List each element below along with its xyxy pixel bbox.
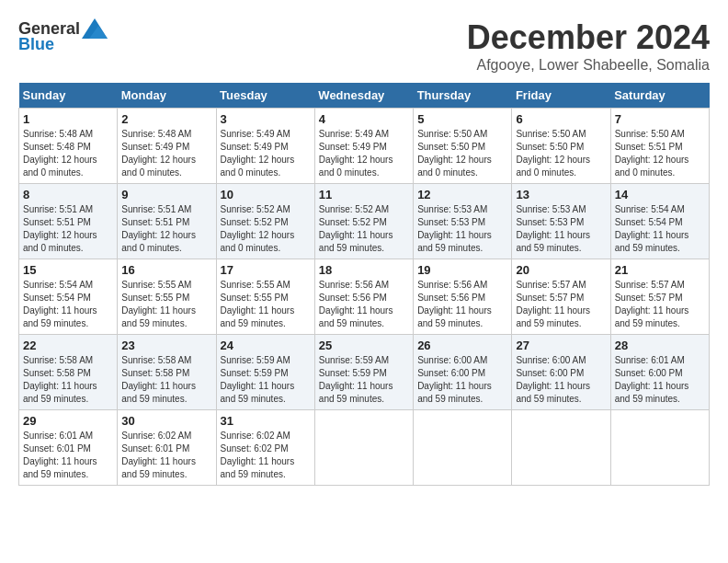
day-number: 21	[615, 263, 705, 277]
day-number: 30	[121, 414, 211, 428]
day-info: Sunrise: 5:57 AMSunset: 5:57 PMDaylight:…	[615, 280, 689, 328]
calendar-cell: 23 Sunrise: 5:58 AMSunset: 5:58 PMDaylig…	[118, 335, 216, 410]
day-number: 16	[121, 263, 211, 277]
day-info: Sunrise: 6:00 AMSunset: 6:00 PMDaylight:…	[417, 355, 492, 404]
calendar-cell: 19 Sunrise: 5:56 AMSunset: 5:56 PMDaylig…	[414, 259, 512, 335]
day-number: 12	[417, 188, 507, 201]
day-info: Sunrise: 5:49 AMSunset: 5:49 PMDaylight:…	[221, 129, 295, 178]
day-info: Sunrise: 5:50 AMSunset: 5:50 PMDaylight:…	[516, 129, 590, 178]
calendar-cell: 18 Sunrise: 5:56 AMSunset: 5:56 PMDaylig…	[314, 259, 413, 335]
calendar-cell	[314, 410, 413, 486]
day-info: Sunrise: 5:50 AMSunset: 5:51 PMDaylight:…	[615, 129, 689, 178]
calendar-cell: 5 Sunrise: 5:50 AMSunset: 5:50 PMDayligh…	[414, 109, 512, 184]
day-number: 5	[417, 112, 507, 126]
calendar-header-saturday: Saturday	[610, 83, 709, 109]
day-info: Sunrise: 5:52 AMSunset: 5:52 PMDaylight:…	[221, 204, 295, 253]
calendar-cell: 9 Sunrise: 5:51 AMSunset: 5:51 PMDayligh…	[118, 184, 216, 259]
day-info: Sunrise: 6:02 AMSunset: 6:02 PMDaylight:…	[221, 431, 295, 479]
calendar-cell: 30 Sunrise: 6:02 AMSunset: 6:01 PMDaylig…	[118, 410, 216, 486]
day-info: Sunrise: 5:56 AMSunset: 5:56 PMDaylight:…	[319, 280, 393, 328]
day-number: 15	[23, 263, 113, 277]
location-subtitle: Afgooye, Lower Shabeelle, Somalia	[467, 57, 710, 74]
day-number: 14	[615, 188, 705, 201]
day-number: 24	[221, 339, 311, 352]
calendar-cell: 16 Sunrise: 5:55 AMSunset: 5:55 PMDaylig…	[118, 259, 216, 335]
calendar-cell: 12 Sunrise: 5:53 AMSunset: 5:53 PMDaylig…	[414, 184, 512, 259]
calendar-cell: 26 Sunrise: 6:00 AMSunset: 6:00 PMDaylig…	[414, 335, 512, 410]
calendar-cell: 15 Sunrise: 5:54 AMSunset: 5:54 PMDaylig…	[19, 259, 118, 335]
logo-icon	[82, 18, 108, 39]
calendar-week-row: 15 Sunrise: 5:54 AMSunset: 5:54 PMDaylig…	[19, 259, 710, 335]
calendar-header-row: SundayMondayTuesdayWednesdayThursdayFrid…	[19, 83, 710, 109]
day-number: 26	[417, 339, 507, 352]
day-number: 18	[319, 263, 409, 277]
day-info: Sunrise: 5:54 AMSunset: 5:54 PMDaylight:…	[23, 280, 97, 328]
month-year-title: December 2024	[467, 18, 710, 57]
calendar-week-row: 22 Sunrise: 5:58 AMSunset: 5:58 PMDaylig…	[19, 335, 710, 410]
calendar-week-row: 1 Sunrise: 5:48 AMSunset: 5:48 PMDayligh…	[19, 109, 710, 184]
calendar-header-tuesday: Tuesday	[216, 83, 314, 109]
calendar-cell	[610, 410, 709, 486]
day-number: 25	[319, 339, 409, 352]
calendar-cell: 4 Sunrise: 5:49 AMSunset: 5:49 PMDayligh…	[314, 109, 413, 184]
calendar-week-row: 29 Sunrise: 6:01 AMSunset: 6:01 PMDaylig…	[19, 410, 710, 486]
calendar-cell: 25 Sunrise: 5:59 AMSunset: 5:59 PMDaylig…	[314, 335, 413, 410]
calendar-cell: 6 Sunrise: 5:50 AMSunset: 5:50 PMDayligh…	[512, 109, 610, 184]
calendar-cell: 28 Sunrise: 6:01 AMSunset: 6:00 PMDaylig…	[610, 335, 709, 410]
day-info: Sunrise: 5:59 AMSunset: 5:59 PMDaylight:…	[221, 355, 295, 404]
day-info: Sunrise: 5:53 AMSunset: 5:53 PMDaylight:…	[417, 204, 492, 253]
day-info: Sunrise: 5:55 AMSunset: 5:55 PMDaylight:…	[221, 280, 295, 328]
logo: General Blue	[18, 18, 108, 54]
calendar-cell: 21 Sunrise: 5:57 AMSunset: 5:57 PMDaylig…	[610, 259, 709, 335]
calendar-cell	[414, 410, 512, 486]
logo-blue-text: Blue	[18, 35, 54, 54]
day-info: Sunrise: 5:58 AMSunset: 5:58 PMDaylight:…	[23, 355, 97, 404]
calendar-cell: 3 Sunrise: 5:49 AMSunset: 5:49 PMDayligh…	[216, 109, 314, 184]
day-info: Sunrise: 6:01 AMSunset: 6:00 PMDaylight:…	[615, 355, 689, 404]
day-info: Sunrise: 5:48 AMSunset: 5:48 PMDaylight:…	[23, 129, 97, 178]
day-number: 23	[121, 339, 211, 352]
calendar-cell: 22 Sunrise: 5:58 AMSunset: 5:58 PMDaylig…	[19, 335, 118, 410]
day-info: Sunrise: 6:02 AMSunset: 6:01 PMDaylight:…	[121, 431, 196, 479]
day-number: 6	[516, 112, 606, 126]
day-info: Sunrise: 5:51 AMSunset: 5:51 PMDaylight:…	[121, 204, 196, 253]
page-header: General Blue December 2024 Afgooye, Lowe…	[18, 18, 710, 74]
day-info: Sunrise: 6:00 AMSunset: 6:00 PMDaylight:…	[516, 355, 590, 404]
calendar-header-sunday: Sunday	[19, 83, 118, 109]
day-info: Sunrise: 5:54 AMSunset: 5:54 PMDaylight:…	[615, 204, 689, 253]
day-info: Sunrise: 5:57 AMSunset: 5:57 PMDaylight:…	[516, 280, 590, 328]
calendar-cell: 8 Sunrise: 5:51 AMSunset: 5:51 PMDayligh…	[19, 184, 118, 259]
day-number: 28	[615, 339, 705, 352]
calendar-cell: 13 Sunrise: 5:53 AMSunset: 5:53 PMDaylig…	[512, 184, 610, 259]
day-info: Sunrise: 5:59 AMSunset: 5:59 PMDaylight:…	[319, 355, 393, 404]
calendar-cell: 20 Sunrise: 5:57 AMSunset: 5:57 PMDaylig…	[512, 259, 610, 335]
calendar-week-row: 8 Sunrise: 5:51 AMSunset: 5:51 PMDayligh…	[19, 184, 710, 259]
calendar-header-friday: Friday	[512, 83, 610, 109]
day-info: Sunrise: 5:49 AMSunset: 5:49 PMDaylight:…	[319, 129, 393, 178]
day-number: 27	[516, 339, 606, 352]
day-info: Sunrise: 5:48 AMSunset: 5:49 PMDaylight:…	[121, 129, 196, 178]
day-number: 13	[516, 188, 606, 201]
calendar-cell: 10 Sunrise: 5:52 AMSunset: 5:52 PMDaylig…	[216, 184, 314, 259]
calendar-cell: 24 Sunrise: 5:59 AMSunset: 5:59 PMDaylig…	[216, 335, 314, 410]
day-number: 17	[221, 263, 311, 277]
day-number: 2	[121, 112, 211, 126]
calendar-header-thursday: Thursday	[414, 83, 512, 109]
day-info: Sunrise: 5:53 AMSunset: 5:53 PMDaylight:…	[516, 204, 590, 253]
title-section: December 2024 Afgooye, Lower Shabeelle, …	[467, 18, 710, 74]
calendar-cell: 7 Sunrise: 5:50 AMSunset: 5:51 PMDayligh…	[610, 109, 709, 184]
day-info: Sunrise: 5:55 AMSunset: 5:55 PMDaylight:…	[121, 280, 196, 328]
calendar-cell: 31 Sunrise: 6:02 AMSunset: 6:02 PMDaylig…	[216, 410, 314, 486]
day-number: 3	[221, 112, 311, 126]
calendar-cell	[512, 410, 610, 486]
calendar-cell: 27 Sunrise: 6:00 AMSunset: 6:00 PMDaylig…	[512, 335, 610, 410]
calendar-table: SundayMondayTuesdayWednesdayThursdayFrid…	[18, 83, 710, 486]
day-number: 20	[516, 263, 606, 277]
day-number: 7	[615, 112, 705, 126]
day-number: 10	[221, 188, 311, 201]
day-info: Sunrise: 5:51 AMSunset: 5:51 PMDaylight:…	[23, 204, 97, 253]
day-number: 9	[121, 188, 211, 201]
calendar-cell: 17 Sunrise: 5:55 AMSunset: 5:55 PMDaylig…	[216, 259, 314, 335]
day-info: Sunrise: 6:01 AMSunset: 6:01 PMDaylight:…	[23, 431, 97, 479]
day-number: 22	[23, 339, 113, 352]
